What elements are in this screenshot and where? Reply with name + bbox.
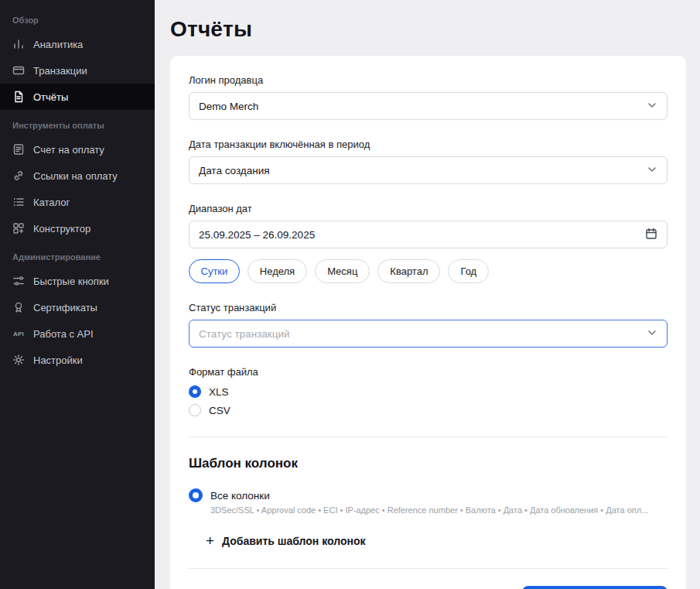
sidebar-item-label: Каталог bbox=[33, 197, 70, 208]
date-range-input[interactable]: 25.09.2025 – 26.09.2025 bbox=[189, 221, 668, 248]
chip-year[interactable]: Год bbox=[448, 259, 489, 283]
form-footer: Сгенерировать отчёт bbox=[189, 569, 668, 589]
merchant-login-label: Логин продавца bbox=[189, 74, 668, 86]
chevron-down-icon bbox=[647, 164, 657, 177]
chevron-down-icon bbox=[647, 327, 657, 341]
transactions-icon bbox=[12, 64, 25, 77]
merchant-login-value: Demo Merch bbox=[199, 101, 258, 112]
date-type-select[interactable]: Дата создания bbox=[189, 156, 668, 184]
date-range-label: Диапазон дат bbox=[189, 203, 668, 214]
report-form-card: Логин продавца Demo Merch Дата транзакци… bbox=[170, 56, 686, 589]
chevron-down-icon bbox=[647, 100, 657, 113]
sidebar-item-label: Быстрые кнопки bbox=[33, 276, 109, 287]
date-type-label: Дата транзакции включённая в период bbox=[189, 139, 668, 150]
generate-report-button[interactable]: Сгенерировать отчёт bbox=[522, 586, 668, 589]
file-format-label: Формат файла bbox=[189, 366, 668, 378]
sidebar-item-constructor[interactable]: Конструктор bbox=[0, 215, 155, 241]
add-template-button[interactable]: + Добавить шаблон колонок bbox=[206, 533, 365, 548]
certificates-icon bbox=[12, 301, 25, 313]
sidebar-item-settings[interactable]: Настройки bbox=[0, 347, 155, 373]
sidebar-item-label: Транзакции bbox=[33, 65, 87, 77]
sidebar-item-label: Сертификаты bbox=[33, 302, 97, 313]
sidebar-item-label: Счет на оплату bbox=[33, 144, 104, 156]
divider bbox=[189, 437, 668, 437]
add-template-label: Добавить шаблон колонок bbox=[222, 535, 365, 547]
chip-quarter[interactable]: Квартал bbox=[377, 259, 440, 283]
merchant-login-select[interactable]: Demo Merch bbox=[189, 92, 668, 120]
chip-month[interactable]: Месяц bbox=[315, 259, 370, 283]
period-chips: Сутки Неделя Месяц Квартал Год bbox=[189, 259, 668, 283]
all-columns-option[interactable]: Все колонки 3DSec/SSL • Approval code • … bbox=[189, 488, 668, 515]
invoice-icon bbox=[12, 143, 25, 156]
radio-csv-label: CSV bbox=[209, 405, 230, 416]
status-select[interactable]: Статус транзакций bbox=[189, 320, 668, 348]
reports-icon bbox=[12, 91, 25, 103]
status-placeholder: Статус транзакций bbox=[199, 328, 290, 340]
sidebar-item-reports[interactable]: Отчёты bbox=[0, 84, 155, 110]
chip-week[interactable]: Неделя bbox=[248, 259, 307, 283]
radio-xls-control[interactable] bbox=[189, 385, 201, 398]
file-format-group: Формат файла XLS CSV bbox=[189, 366, 668, 416]
calendar-icon[interactable] bbox=[645, 228, 657, 242]
sidebar-item-label: Отчёты bbox=[33, 91, 68, 103]
settings-icon bbox=[12, 354, 25, 366]
constructor-icon bbox=[12, 222, 25, 235]
sidebar-item-transactions[interactable]: Транзакции bbox=[0, 57, 155, 84]
sidebar-section-payment-tools: Инструменты оплаты bbox=[0, 110, 155, 136]
link-icon bbox=[12, 170, 25, 182]
radio-xls[interactable]: XLS bbox=[189, 385, 668, 398]
status-group: Статус транзакций Статус транзакций bbox=[189, 302, 668, 348]
sidebar-item-label: Аналитика bbox=[33, 39, 83, 50]
sidebar-item-label: Настройки bbox=[33, 354, 83, 366]
sidebar-item-analytics[interactable]: Аналитика bbox=[0, 31, 155, 57]
main-content: Отчёты Логин продавца Demo Merch Дата тр… bbox=[155, 0, 700, 589]
page-title: Отчёты bbox=[170, 17, 686, 42]
radio-csv[interactable]: CSV bbox=[189, 404, 668, 416]
columns-preview: 3DSec/SSL • Approval code • ECI • IP-адр… bbox=[210, 505, 668, 515]
merchant-login-group: Логин продавца Demo Merch bbox=[189, 74, 668, 120]
sidebar-item-invoice[interactable]: Счет на оплату bbox=[0, 136, 155, 163]
date-type-value: Дата создания bbox=[199, 165, 270, 176]
date-range-group: Диапазон дат 25.09.2025 – 26.09.2025 bbox=[189, 203, 668, 248]
sidebar-item-quick-buttons[interactable]: Быстрые кнопки bbox=[0, 268, 155, 294]
sidebar-section-administration: Администрирование bbox=[0, 241, 155, 268]
sidebar-item-api[interactable]: API Работа с API bbox=[0, 320, 155, 347]
sidebar-item-catalog[interactable]: Каталог bbox=[0, 189, 155, 215]
chip-day[interactable]: Сутки bbox=[189, 259, 240, 283]
quick-buttons-icon bbox=[12, 275, 25, 287]
sidebar-item-certificates[interactable]: Сертификаты bbox=[0, 294, 155, 320]
radio-all-columns-control[interactable] bbox=[189, 488, 203, 502]
catalog-icon bbox=[12, 196, 25, 208]
sidebar-section-overview: Обзор bbox=[0, 5, 155, 31]
all-columns-label: Все колонки bbox=[210, 490, 270, 502]
sidebar-item-label: Работа с API bbox=[33, 328, 94, 340]
sidebar: Обзор Аналитика Транзакции Отчёты Инстру… bbox=[0, 0, 155, 589]
sidebar-item-label: Конструктор bbox=[33, 223, 90, 235]
analytics-icon bbox=[12, 38, 25, 50]
date-range-value: 25.09.2025 – 26.09.2025 bbox=[199, 229, 315, 241]
sidebar-item-payment-links[interactable]: Ссылки на оплату bbox=[0, 163, 155, 189]
sidebar-item-label: Ссылки на оплату bbox=[33, 170, 118, 182]
status-label: Статус транзакций bbox=[189, 302, 668, 313]
radio-csv-control[interactable] bbox=[189, 404, 201, 416]
date-type-group: Дата транзакции включённая в период Дата… bbox=[189, 139, 668, 184]
plus-icon: + bbox=[206, 533, 214, 548]
api-icon: API bbox=[12, 327, 25, 340]
columns-template-heading: Шаблон колонок bbox=[189, 456, 668, 471]
radio-xls-label: XLS bbox=[209, 386, 229, 398]
